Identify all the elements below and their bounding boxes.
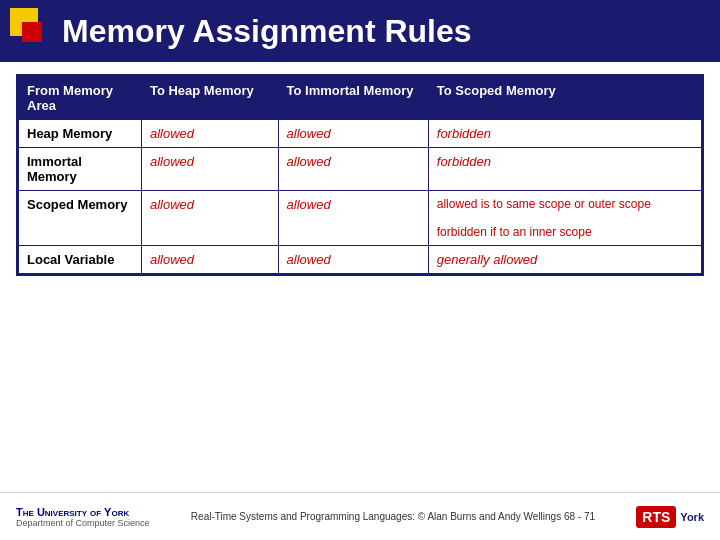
- footer: The University of York Department of Com…: [0, 492, 720, 540]
- row-immortal-from: Immortal Memory: [19, 148, 142, 191]
- header: Memory Assignment Rules: [0, 0, 720, 62]
- table-row: Heap Memory allowed allowed forbidden: [19, 120, 702, 148]
- col-header-to-scoped: To Scoped Memory: [428, 77, 701, 120]
- row-heap-from: Heap Memory: [19, 120, 142, 148]
- row-scoped-to-scoped: allowed is to same scope or outer scope …: [428, 191, 701, 246]
- page-title: Memory Assignment Rules: [62, 13, 472, 50]
- table-row: Local Variable allowed allowed generally…: [19, 246, 702, 274]
- footer-rts-logo-block: RTS York: [636, 506, 704, 528]
- row-heap-to-heap: allowed: [141, 120, 278, 148]
- row-scoped-to-heap: allowed: [141, 191, 278, 246]
- scoped-line1: allowed is to same scope or outer scope: [437, 197, 651, 211]
- table-row: Immortal Memory allowed allowed forbidde…: [19, 148, 702, 191]
- scoped-line2: forbidden if to an inner scope: [437, 225, 592, 239]
- logo-red-square: [22, 22, 42, 42]
- main-content: From Memory Area To Heap Memory To Immor…: [0, 62, 720, 284]
- university-name: The University of York: [16, 506, 150, 518]
- row-scoped-to-immortal: allowed: [278, 191, 428, 246]
- row-immortal-to-heap: allowed: [141, 148, 278, 191]
- col-header-from: From Memory Area: [19, 77, 142, 120]
- row-local-to-scoped: generally allowed: [428, 246, 701, 274]
- department-name: Department of Computer Science: [16, 518, 150, 528]
- row-local-to-heap: allowed: [141, 246, 278, 274]
- memory-rules-table-container: From Memory Area To Heap Memory To Immor…: [16, 74, 704, 276]
- table-row: Scoped Memory allowed allowed allowed is…: [19, 191, 702, 246]
- col-header-to-heap: To Heap Memory: [141, 77, 278, 120]
- table-header-row: From Memory Area To Heap Memory To Immor…: [19, 77, 702, 120]
- row-local-to-immortal: allowed: [278, 246, 428, 274]
- row-heap-to-immortal: allowed: [278, 120, 428, 148]
- col-header-to-immortal: To Immortal Memory: [278, 77, 428, 120]
- footer-citation: Real-Time Systems and Programming Langua…: [162, 511, 625, 522]
- footer-university-block: The University of York Department of Com…: [16, 506, 150, 528]
- rts-label: RTS: [636, 506, 676, 528]
- row-heap-to-scoped: forbidden: [428, 120, 701, 148]
- row-local-from: Local Variable: [19, 246, 142, 274]
- rts-york-label: York: [680, 511, 704, 523]
- row-immortal-to-scoped: forbidden: [428, 148, 701, 191]
- row-immortal-to-immortal: allowed: [278, 148, 428, 191]
- memory-rules-table: From Memory Area To Heap Memory To Immor…: [18, 76, 702, 274]
- row-scoped-from: Scoped Memory: [19, 191, 142, 246]
